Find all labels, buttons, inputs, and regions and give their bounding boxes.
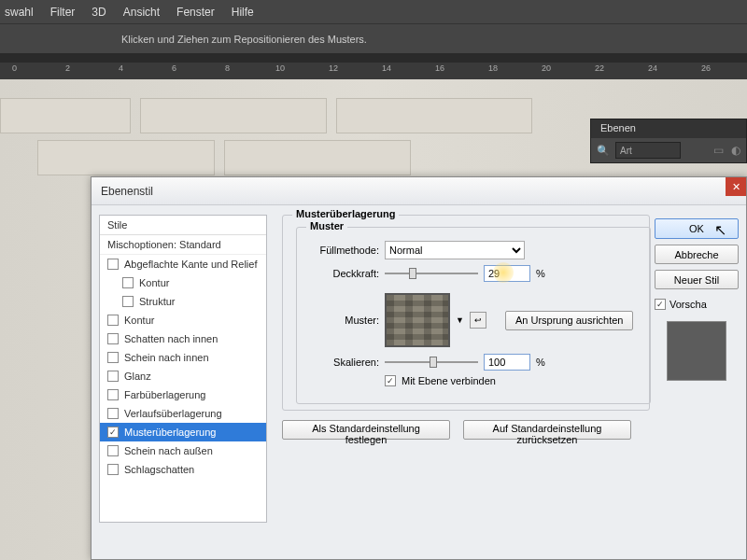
menu-item[interactable]: Filter [50,6,76,19]
reset-default-button[interactable]: Auf Standardeinstellung zurücksetzen [463,420,631,440]
opacity-slider[interactable] [385,273,478,274]
section-legend: Musterüberlagerung [292,208,399,219]
style-item[interactable]: Schein nach außen [100,441,266,460]
layer-style-dialog: Ebenenstil ✕ Stile Mischoptionen: Standa… [91,176,747,560]
style-item[interactable]: Schein nach innen [100,348,266,367]
layers-panel: Ebenen 🔍 ▭ ◐ [590,119,747,163]
style-checkbox[interactable]: ✓ [107,427,119,438]
group-legend: Muster [306,220,347,231]
close-icon[interactable]: ✕ [726,177,746,196]
snap-to-origin-button[interactable]: An Ursprung ausrichten [505,311,634,330]
blend-mode-select[interactable]: Normal [385,241,525,259]
style-label: Kontur [139,277,169,288]
style-item[interactable]: Schatten nach innen [100,329,266,348]
menu-item[interactable]: swahl [5,6,34,19]
style-checkbox[interactable] [122,296,134,307]
menu-item[interactable]: Ansicht [123,6,160,19]
style-label: Abgeflachte Kante und Relief [124,259,258,270]
layers-tab[interactable]: Ebenen [591,119,746,138]
percent-label: % [536,268,545,279]
style-checkbox[interactable] [107,315,119,326]
styles-header: Stile [100,216,266,235]
styles-list: Stile Mischoptionen: Standard Abgeflacht… [99,215,267,523]
new-style-button[interactable]: Neuer Stil [655,270,739,289]
style-item[interactable]: ✓Musterüberlagerung [100,423,266,441]
pattern-picker[interactable] [385,293,450,347]
style-checkbox[interactable] [107,371,119,382]
scale-input[interactable] [484,354,530,371]
menubar: swahl Filter 3D Ansicht Fenster Hilfe [0,0,747,23]
style-checkbox[interactable] [107,389,119,400]
style-label: Schatten nach innen [124,333,218,344]
menu-item[interactable]: 3D [92,6,106,19]
blending-options-row[interactable]: Mischoptionen: Standard [100,235,266,255]
style-label: Verlaufsüberlagerung [124,408,222,419]
search-icon: 🔍 [597,145,610,157]
style-item[interactable]: Kontur [100,311,266,329]
dialog-buttons: OK ↖ Abbreche Neuer Stil ✓ Vorscha [655,215,739,550]
dialog-titlebar[interactable]: Ebenenstil ✕ [92,177,746,205]
ruler-horizontal: 024 6810 121416 182022 2426 [0,63,747,79]
chevron-down-icon[interactable]: ▼ [456,315,464,325]
style-item[interactable]: Glanz [100,367,266,385]
opacity-label: Deckkraft: [306,268,379,279]
style-checkbox[interactable] [122,277,134,288]
style-checkbox[interactable] [107,259,119,270]
style-item[interactable]: Farbüberlagerung [100,385,266,404]
style-checkbox[interactable] [107,352,119,363]
scale-slider[interactable] [385,361,478,363]
style-label: Kontur [124,315,154,326]
ok-button[interactable]: OK ↖ [655,218,739,239]
layer-filter-input[interactable] [615,142,681,159]
options-bar: Klicken und Ziehen zum Repositionieren d… [0,23,747,53]
percent-label: % [536,357,545,368]
preview-label: Vorscha [669,299,707,310]
style-checkbox[interactable] [107,445,119,456]
style-label: Farbüberlagerung [124,389,205,400]
filter-image-icon[interactable]: ▭ [713,144,724,157]
style-label: Schlagschatten [124,464,194,475]
divider [0,53,747,63]
cancel-button[interactable]: Abbreche [655,245,739,264]
menu-item[interactable]: Hilfe [232,6,254,19]
scale-label: Skalieren: [306,357,379,368]
hint-text: Klicken und Ziehen zum Repositionieren d… [121,34,367,45]
link-with-layer-label: Mit Ebene verbinden [402,375,496,386]
make-default-button[interactable]: Als Standardeinstellung festlegen [282,420,450,440]
style-item[interactable]: Verlaufsüberlagerung [100,404,266,423]
style-item[interactable]: Abgeflachte Kante und Relief [100,255,266,273]
style-item[interactable]: Kontur [100,273,266,292]
cursor-icon: ↖ [714,221,726,239]
preview-checkbox[interactable]: ✓ [655,299,666,310]
style-label: Musterüberlagerung [124,427,216,438]
link-with-layer-checkbox[interactable]: ✓ [385,375,396,386]
style-checkbox[interactable] [107,464,119,475]
style-label: Schein nach innen [124,352,209,363]
new-preset-icon[interactable]: ↩ [470,312,486,329]
style-item[interactable]: Schlagschatten [100,460,266,479]
blend-mode-label: Füllmethode: [306,245,379,256]
style-label: Struktur [139,296,176,307]
pattern-label: Muster: [306,315,379,326]
dialog-title-text: Ebenenstil [101,185,153,198]
filter-adjust-icon[interactable]: ◐ [731,144,740,157]
style-label: Schein nach außen [124,445,213,456]
pattern-overlay-settings: Musterüberlagerung Muster Füllmethode: N… [275,215,647,550]
style-label: Glanz [124,371,151,382]
style-checkbox[interactable] [107,333,119,344]
menu-item[interactable]: Fenster [176,6,215,19]
style-item[interactable]: Struktur [100,292,266,311]
style-checkbox[interactable] [107,408,119,419]
style-preview [667,321,726,381]
